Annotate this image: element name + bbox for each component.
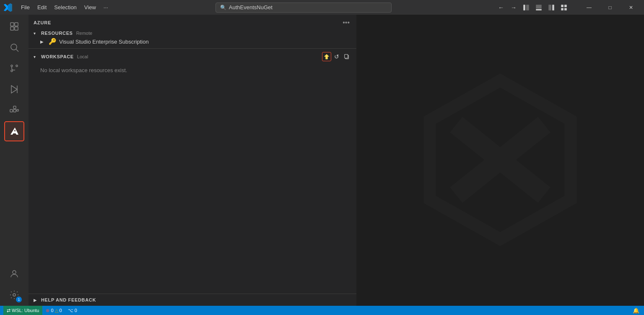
svg-rect-8	[561, 8, 564, 10]
activity-search[interactable]	[4, 37, 24, 57]
titlebar: File Edit Selection View ··· 🔍 AuthEvent…	[0, 0, 644, 15]
warnings-count: 0	[60, 308, 62, 313]
resources-subtitle: Remote	[76, 31, 93, 36]
svg-rect-7	[564, 5, 567, 7]
svg-rect-24	[17, 109, 18, 111]
ports-indicator[interactable]: ⌥ 0	[65, 306, 80, 315]
svg-rect-2	[536, 5, 542, 8]
svg-rect-12	[15, 23, 18, 26]
vscode-watermark	[412, 72, 588, 249]
svg-rect-13	[15, 27, 18, 30]
maximize-button[interactable]: □	[600, 0, 620, 15]
subscription-chevron	[40, 39, 46, 44]
errors-count: 0	[51, 308, 53, 313]
svg-point-17	[16, 65, 18, 67]
search-icon: 🔍	[220, 5, 226, 10]
workspace-header: WORKSPACE Local ↺	[29, 49, 356, 64]
back-button[interactable]: ←	[496, 2, 506, 13]
workspace-label: WORKSPACE	[41, 54, 74, 59]
key-icon: 🔑	[49, 38, 57, 45]
azure-more-button[interactable]: •••	[341, 18, 351, 27]
svg-rect-11	[10, 27, 14, 30]
help-row[interactable]: HELP AND FEEDBACK	[29, 294, 356, 306]
sidebar-panel: AZURE ••• RESOURCES Remote 🔑 Visual Stud…	[29, 15, 356, 306]
port-count: 0	[75, 308, 77, 313]
forward-button[interactable]: →	[508, 2, 519, 13]
workspace-empty-message: No local workspace resources exist.	[29, 64, 356, 78]
menu-more[interactable]: ···	[100, 3, 112, 12]
error-icon: ⊗	[46, 308, 49, 313]
menu-view[interactable]: View	[81, 3, 99, 12]
svg-rect-5	[552, 5, 554, 10]
svg-rect-0	[523, 5, 525, 10]
toggle-primary-sidebar[interactable]	[521, 2, 532, 13]
svg-rect-21	[10, 109, 13, 112]
minimize-button[interactable]: —	[579, 0, 599, 15]
subscription-label: Visual Studio Enterprise Subscription	[59, 39, 149, 45]
main-area: 1 AZURE ••• RESOURCES Remote 🔑 Visual St…	[0, 15, 644, 306]
titlebar-search-area: 🔍 AuthEventsNuGet	[115, 3, 492, 13]
activity-source-control[interactable]	[4, 58, 24, 78]
activity-settings[interactable]: 1	[4, 285, 24, 305]
toggle-panel[interactable]	[533, 2, 544, 13]
svg-point-26	[13, 294, 16, 296]
activity-azure[interactable]	[4, 121, 24, 141]
svg-marker-19	[11, 86, 17, 93]
workspace-section: WORKSPACE Local ↺ No local workspace res…	[29, 48, 356, 78]
statusbar: ⇄ WSL: Ubuntu ⊗ 0 △ 0 ⌥ 0 🔔	[0, 306, 644, 315]
resources-chevron	[34, 31, 39, 36]
svg-point-14	[11, 44, 17, 50]
titlebar-menu: File Edit Selection View ···	[18, 3, 112, 12]
resources-label: RESOURCES	[41, 31, 73, 36]
activity-run-debug[interactable]	[4, 79, 24, 99]
svg-rect-4	[548, 5, 551, 10]
search-text: AuthEventsNuGet	[229, 4, 273, 10]
subscription-item[interactable]: 🔑 Visual Studio Enterprise Subscription	[29, 36, 356, 47]
menu-file[interactable]: File	[18, 3, 33, 12]
svg-rect-29	[345, 55, 348, 58]
svg-rect-23	[13, 109, 16, 112]
azure-section-header: AZURE •••	[29, 15, 356, 30]
workspace-chevron	[34, 55, 39, 59]
close-button[interactable]: ✕	[621, 0, 641, 15]
svg-point-16	[11, 65, 13, 67]
help-label: HELP AND FEEDBACK	[41, 297, 96, 302]
resources-section: RESOURCES Remote 🔑 Visual Studio Enterpr…	[29, 30, 356, 48]
svg-rect-3	[536, 9, 542, 10]
svg-rect-9	[564, 8, 567, 10]
resources-row[interactable]: RESOURCES Remote	[29, 30, 356, 36]
svg-rect-10	[10, 23, 14, 26]
azure-title: AZURE	[34, 20, 51, 25]
svg-rect-22	[13, 106, 16, 109]
workspace-refresh-button[interactable]: ↺	[332, 52, 341, 61]
svg-rect-1	[526, 5, 529, 10]
activity-extensions[interactable]	[4, 100, 24, 120]
svg-line-15	[16, 49, 19, 52]
activity-account[interactable]	[4, 264, 24, 284]
menu-edit[interactable]: Edit	[34, 3, 50, 12]
workspace-header-left: WORKSPACE Local	[34, 54, 88, 59]
errors-indicator[interactable]: ⊗ 0 △ 0	[43, 306, 64, 315]
workspace-copy-button[interactable]	[342, 52, 351, 61]
search-box[interactable]: 🔍 AuthEventsNuGet	[216, 3, 392, 13]
svg-point-25	[13, 271, 16, 274]
settings-badge: 1	[16, 297, 22, 302]
help-section: HELP AND FEEDBACK	[29, 294, 356, 306]
activity-explorer[interactable]	[4, 16, 24, 36]
toggle-secondary-sidebar[interactable]	[546, 2, 557, 13]
workspace-deploy-button[interactable]	[322, 52, 331, 61]
port-icon: ⌥	[68, 308, 73, 313]
workspace-header-right: ↺	[322, 52, 351, 61]
svg-rect-6	[561, 5, 564, 7]
remote-indicator[interactable]: ⇄ WSL: Ubuntu	[3, 306, 42, 315]
notifications-bell[interactable]: 🔔	[631, 306, 641, 315]
menu-selection[interactable]: Selection	[51, 3, 80, 12]
workspace-subtitle: Local	[77, 54, 88, 59]
warning-icon: △	[55, 308, 58, 313]
activitybar: 1	[0, 15, 29, 306]
remote-icon: ⇄	[7, 308, 10, 313]
refresh-icon: ↺	[334, 53, 339, 60]
remote-label: WSL: Ubuntu	[12, 308, 39, 313]
titlebar-actions: ← → — □ ✕	[496, 0, 641, 15]
customize-layout[interactable]	[558, 2, 569, 13]
